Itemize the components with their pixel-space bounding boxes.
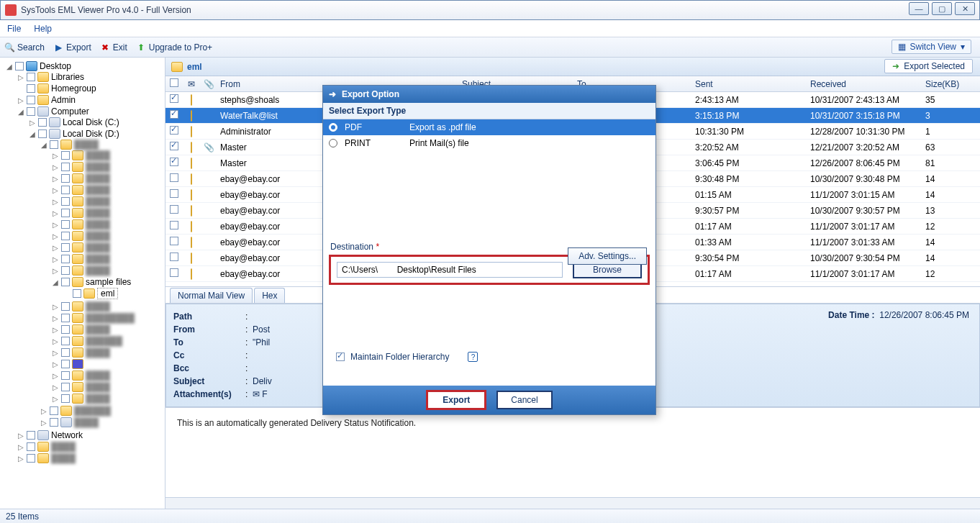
tree-network[interactable]: Network: [51, 430, 83, 440]
tree-eml[interactable]: eml: [97, 288, 118, 299]
row-checkbox[interactable]: [170, 253, 178, 261]
tree-admin[interactable]: Admin: [51, 95, 76, 105]
export-type-print[interactable]: PRINTPrint Mail(s) file: [323, 135, 655, 151]
radio-icon: [329, 123, 337, 132]
cell-sent: 3:06:45 PM: [692, 158, 807, 168]
row-checkbox[interactable]: [170, 110, 178, 119]
envelope-icon: [191, 126, 192, 137]
adv-settings-button[interactable]: Adv. Settings...: [568, 247, 647, 265]
computer-icon: [37, 106, 49, 117]
export-type-pdf[interactable]: PDFExport as .pdf file: [323, 119, 655, 135]
envelope-column-icon: ✉: [183, 79, 200, 89]
checkbox-icon[interactable]: [336, 353, 345, 361]
row-checkbox[interactable]: [170, 173, 178, 182]
cell-size: 63: [922, 142, 980, 153]
dialog-titlebar[interactable]: ➜Export Option: [323, 86, 655, 103]
cell-size: 14: [922, 237, 980, 247]
cell-received: 10/31/2007 2:43:13 AM: [807, 95, 922, 105]
drive-icon: [49, 129, 60, 139]
help-icon[interactable]: ?: [468, 352, 478, 362]
upgrade-button[interactable]: ⬆Upgrade to Pro+: [136, 42, 212, 53]
folder-icon: [37, 95, 49, 105]
tree-desktop[interactable]: Desktop: [40, 61, 71, 71]
row-checkbox[interactable]: [170, 158, 178, 166]
cell-received: 12/26/2007 8:06:45 PM: [807, 158, 922, 168]
statusbar: 25 Items: [0, 509, 980, 523]
row-checkbox[interactable]: [170, 268, 178, 277]
tree-sample-files[interactable]: sample files: [86, 277, 131, 287]
maintain-hierarchy-option[interactable]: Maintain Folder Hierarchy ?: [336, 352, 478, 362]
select-export-type-label: Select Export Type: [323, 103, 655, 119]
tab-hex[interactable]: Hex: [254, 288, 285, 303]
tree-homegroup[interactable]: Homegroup: [51, 83, 96, 94]
mail-body: This is an automatically generated Deliv…: [165, 407, 980, 497]
export-button[interactable]: ▶Export: [53, 42, 91, 53]
tree-computer[interactable]: Computer: [51, 106, 89, 117]
envelope-icon: [191, 268, 192, 280]
cell-received: 11/1/2007 3:01:15 AM: [807, 190, 922, 200]
attachment-column-icon: 📎: [200, 79, 217, 89]
exit-button[interactable]: ✖Exit: [100, 42, 127, 53]
app-icon: [5, 4, 17, 16]
export-icon: ▶: [53, 42, 63, 53]
export-icon: ➜: [329, 89, 336, 99]
cell-received: 12/28/2007 10:31:30 PM: [807, 127, 922, 137]
cell-size: 12: [922, 222, 980, 232]
select-all-checkbox[interactable]: [170, 78, 178, 87]
menu-help[interactable]: Help: [34, 24, 52, 34]
folder-icon: [37, 72, 49, 82]
exit-icon: ✖: [100, 42, 110, 53]
cell-sent: 01:15 AM: [692, 190, 807, 200]
tab-normal-mail-view[interactable]: Normal Mail View: [170, 288, 253, 303]
row-checkbox[interactable]: [170, 126, 178, 135]
row-checkbox[interactable]: [170, 205, 178, 214]
export-icon: ➜: [892, 61, 899, 71]
close-button[interactable]: ✕: [955, 2, 975, 15]
cell-size: 14: [922, 174, 980, 184]
tree-libraries[interactable]: Libraries: [51, 72, 84, 82]
envelope-icon: [191, 110, 192, 122]
search-button[interactable]: 🔍Search: [4, 42, 45, 53]
switch-view-button[interactable]: ▦Switch View▾: [891, 40, 971, 54]
toolbar: 🔍Search ▶Export ✖Exit ⬆Upgrade to Pro+ ▦…: [0, 37, 980, 58]
row-checkbox[interactable]: [170, 189, 178, 198]
column-received[interactable]: Received: [807, 79, 922, 89]
envelope-icon: [191, 173, 192, 185]
menubar: File Help: [0, 20, 980, 37]
folder-tree[interactable]: ◢Desktop ▷Libraries Homegroup ▷Admin ◢Co…: [0, 58, 165, 509]
cell-received: 10/31/2007 3:15:18 PM: [807, 111, 922, 121]
row-checkbox[interactable]: [170, 221, 178, 229]
maximize-button[interactable]: ▢: [932, 2, 952, 15]
cell-sent: 01:17 AM: [692, 222, 807, 232]
envelope-icon: [191, 158, 192, 169]
cancel-button[interactable]: Cancel: [496, 391, 552, 409]
horizontal-scrollbar[interactable]: [165, 497, 980, 509]
desktop-icon: [26, 61, 37, 71]
row-checkbox[interactable]: [170, 142, 178, 150]
menu-file[interactable]: File: [7, 24, 21, 34]
titlebar: SysTools EML Viewer Pro v4.0 - Full Vers…: [0, 0, 980, 20]
column-size[interactable]: Size(KB): [922, 79, 980, 89]
tree-c-drive[interactable]: Local Disk (C:): [63, 117, 119, 127]
export-option-dialog: ➜Export Option Select Export Type PDFExp…: [322, 85, 656, 415]
row-checkbox[interactable]: [170, 237, 178, 245]
cell-sent: 3:15:18 PM: [692, 111, 807, 121]
envelope-icon: [191, 253, 192, 264]
cell-received: 10/30/2007 9:30:48 PM: [807, 174, 922, 184]
column-sent[interactable]: Sent: [692, 79, 807, 89]
envelope-icon: [191, 221, 192, 232]
export-type-list: PDFExport as .pdf file PRINTPrint Mail(s…: [323, 119, 655, 235]
cell-sent: 9:30:48 PM: [692, 174, 807, 184]
tree-d-drive[interactable]: Local Disk (D:): [63, 129, 119, 139]
destination-input[interactable]: [337, 262, 563, 278]
upgrade-icon: ⬆: [136, 42, 146, 53]
cell-sent: 01:33 AM: [692, 237, 807, 247]
cell-sent: 2:43:13 AM: [692, 95, 807, 105]
export-selected-button[interactable]: ➜Export Selected: [884, 59, 973, 73]
minimize-button[interactable]: —: [909, 2, 929, 15]
cell-size: 81: [922, 158, 980, 168]
envelope-icon: [191, 142, 192, 153]
export-button[interactable]: Export: [426, 390, 486, 410]
row-checkbox[interactable]: [170, 94, 178, 103]
attachment-icon: 📎: [200, 142, 217, 153]
